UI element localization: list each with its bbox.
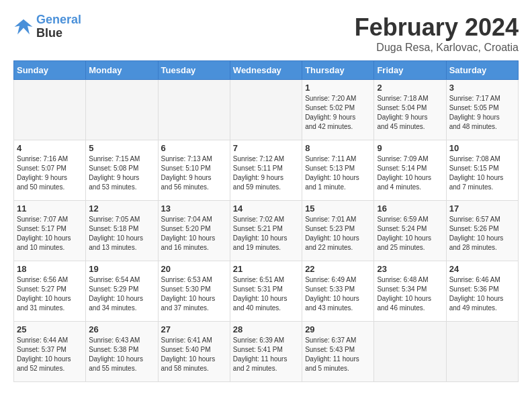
logo: GeneralBlue xyxy=(13,13,81,40)
day-info: Sunrise: 6:48 AMSunset: 5:34 PMDaylight:… xyxy=(377,275,443,313)
day-number: 29 xyxy=(305,324,371,334)
calendar-cell: 25Sunrise: 6:44 AMSunset: 5:37 PMDayligh… xyxy=(14,322,86,382)
day-number: 2 xyxy=(377,83,443,93)
day-number: 20 xyxy=(161,264,227,274)
calendar-cell: 19Sunrise: 6:54 AMSunset: 5:29 PMDayligh… xyxy=(86,261,158,322)
calendar-header-wednesday: Wednesday xyxy=(230,61,302,80)
day-info: Sunrise: 7:13 AMSunset: 5:10 PMDaylight:… xyxy=(161,154,227,192)
calendar-cell: 6Sunrise: 7:13 AMSunset: 5:10 PMDaylight… xyxy=(158,140,230,201)
day-number: 24 xyxy=(449,264,515,274)
calendar-cell: 7Sunrise: 7:12 AMSunset: 5:11 PMDaylight… xyxy=(230,140,302,201)
day-info: Sunrise: 7:08 AMSunset: 5:15 PMDaylight:… xyxy=(449,154,515,192)
calendar-cell xyxy=(14,80,86,140)
calendar-header-row: SundayMondayTuesdayWednesdayThursdayFrid… xyxy=(14,61,519,80)
day-number: 10 xyxy=(449,143,515,153)
calendar-week-row: 25Sunrise: 6:44 AMSunset: 5:37 PMDayligh… xyxy=(14,322,519,382)
calendar-cell: 18Sunrise: 6:56 AMSunset: 5:27 PMDayligh… xyxy=(14,261,86,322)
day-info: Sunrise: 7:20 AMSunset: 5:02 PMDaylight:… xyxy=(305,94,371,132)
calendar-cell: 3Sunrise: 7:17 AMSunset: 5:05 PMDaylight… xyxy=(446,80,518,140)
day-info: Sunrise: 7:15 AMSunset: 5:08 PMDaylight:… xyxy=(89,154,154,192)
day-info: Sunrise: 6:49 AMSunset: 5:33 PMDaylight:… xyxy=(305,275,371,313)
calendar-cell: 2Sunrise: 7:18 AMSunset: 5:04 PMDaylight… xyxy=(374,80,446,140)
day-number: 18 xyxy=(17,264,83,274)
day-info: Sunrise: 6:43 AMSunset: 5:38 PMDaylight:… xyxy=(89,336,154,373)
calendar-cell: 29Sunrise: 6:37 AMSunset: 5:43 PMDayligh… xyxy=(302,322,374,382)
calendar-week-row: 11Sunrise: 7:07 AMSunset: 5:17 PMDayligh… xyxy=(14,201,519,261)
calendar-header-tuesday: Tuesday xyxy=(158,61,230,80)
calendar-week-row: 4Sunrise: 7:16 AMSunset: 5:07 PMDaylight… xyxy=(14,140,519,201)
day-info: Sunrise: 6:44 AMSunset: 5:37 PMDaylight:… xyxy=(17,336,83,373)
day-info: Sunrise: 7:05 AMSunset: 5:18 PMDaylight:… xyxy=(89,215,154,253)
calendar-cell: 23Sunrise: 6:48 AMSunset: 5:34 PMDayligh… xyxy=(374,261,446,322)
day-info: Sunrise: 6:37 AMSunset: 5:43 PMDaylight:… xyxy=(305,336,371,373)
day-info: Sunrise: 6:39 AMSunset: 5:41 PMDaylight:… xyxy=(233,336,299,373)
day-number: 15 xyxy=(305,203,371,214)
calendar-cell: 15Sunrise: 7:01 AMSunset: 5:23 PMDayligh… xyxy=(302,201,374,261)
calendar-cell: 1Sunrise: 7:20 AMSunset: 5:02 PMDaylight… xyxy=(302,80,374,140)
calendar-cell: 28Sunrise: 6:39 AMSunset: 5:41 PMDayligh… xyxy=(230,322,302,382)
day-number: 3 xyxy=(449,83,515,93)
day-number: 23 xyxy=(377,264,443,274)
day-number: 21 xyxy=(233,264,299,274)
location-title: Duga Resa, Karlovac, Croatia xyxy=(355,42,519,54)
day-number: 1 xyxy=(305,83,371,93)
day-number: 8 xyxy=(305,143,371,153)
calendar-week-row: 18Sunrise: 6:56 AMSunset: 5:27 PMDayligh… xyxy=(14,261,519,322)
title-section: February 2024 Duga Resa, Karlovac, Croat… xyxy=(355,13,519,54)
logo-text: GeneralBlue xyxy=(36,13,81,40)
day-number: 13 xyxy=(161,203,227,214)
day-number: 5 xyxy=(89,143,154,153)
day-number: 27 xyxy=(161,324,227,334)
day-info: Sunrise: 7:17 AMSunset: 5:05 PMDaylight:… xyxy=(449,94,515,132)
day-number: 26 xyxy=(89,324,154,334)
day-number: 4 xyxy=(17,143,83,153)
day-info: Sunrise: 6:54 AMSunset: 5:29 PMDaylight:… xyxy=(89,275,154,313)
calendar-cell xyxy=(158,80,230,140)
page-header: GeneralBlue February 2024 Duga Resa, Kar… xyxy=(13,13,519,54)
calendar-cell: 13Sunrise: 7:04 AMSunset: 5:20 PMDayligh… xyxy=(158,201,230,261)
day-info: Sunrise: 7:01 AMSunset: 5:23 PMDaylight:… xyxy=(305,215,371,253)
calendar-header-sunday: Sunday xyxy=(14,61,86,80)
calendar-cell: 16Sunrise: 6:59 AMSunset: 5:24 PMDayligh… xyxy=(374,201,446,261)
calendar-header-monday: Monday xyxy=(86,61,158,80)
calendar-cell: 21Sunrise: 6:51 AMSunset: 5:31 PMDayligh… xyxy=(230,261,302,322)
day-info: Sunrise: 6:56 AMSunset: 5:27 PMDaylight:… xyxy=(17,275,83,313)
day-info: Sunrise: 7:12 AMSunset: 5:11 PMDaylight:… xyxy=(233,154,299,192)
calendar-cell: 22Sunrise: 6:49 AMSunset: 5:33 PMDayligh… xyxy=(302,261,374,322)
day-info: Sunrise: 6:57 AMSunset: 5:26 PMDaylight:… xyxy=(449,215,515,253)
day-number: 25 xyxy=(17,324,83,334)
calendar-cell: 14Sunrise: 7:02 AMSunset: 5:21 PMDayligh… xyxy=(230,201,302,261)
day-info: Sunrise: 6:59 AMSunset: 5:24 PMDaylight:… xyxy=(377,215,443,253)
day-number: 17 xyxy=(449,203,515,214)
calendar-cell: 17Sunrise: 6:57 AMSunset: 5:26 PMDayligh… xyxy=(446,201,518,261)
day-number: 6 xyxy=(161,143,227,153)
day-info: Sunrise: 7:02 AMSunset: 5:21 PMDaylight:… xyxy=(233,215,299,253)
calendar-cell: 26Sunrise: 6:43 AMSunset: 5:38 PMDayligh… xyxy=(86,322,158,382)
logo-icon xyxy=(13,17,34,37)
calendar-cell xyxy=(374,322,446,382)
calendar-week-row: 1Sunrise: 7:20 AMSunset: 5:02 PMDaylight… xyxy=(14,80,519,140)
day-number: 11 xyxy=(17,203,83,214)
day-info: Sunrise: 6:53 AMSunset: 5:30 PMDaylight:… xyxy=(161,275,227,313)
day-info: Sunrise: 7:11 AMSunset: 5:13 PMDaylight:… xyxy=(305,154,371,192)
calendar-cell: 27Sunrise: 6:41 AMSunset: 5:40 PMDayligh… xyxy=(158,322,230,382)
calendar-header-saturday: Saturday xyxy=(446,61,518,80)
day-number: 22 xyxy=(305,264,371,274)
calendar-cell: 24Sunrise: 6:46 AMSunset: 5:36 PMDayligh… xyxy=(446,261,518,322)
calendar-cell: 8Sunrise: 7:11 AMSunset: 5:13 PMDaylight… xyxy=(302,140,374,201)
svg-marker-0 xyxy=(15,19,33,35)
day-info: Sunrise: 7:18 AMSunset: 5:04 PMDaylight:… xyxy=(377,94,443,132)
calendar-cell: 10Sunrise: 7:08 AMSunset: 5:15 PMDayligh… xyxy=(446,140,518,201)
calendar-cell: 12Sunrise: 7:05 AMSunset: 5:18 PMDayligh… xyxy=(86,201,158,261)
day-info: Sunrise: 6:51 AMSunset: 5:31 PMDaylight:… xyxy=(233,275,299,313)
month-title: February 2024 xyxy=(355,13,519,42)
day-info: Sunrise: 6:41 AMSunset: 5:40 PMDaylight:… xyxy=(161,336,227,373)
calendar-cell: 11Sunrise: 7:07 AMSunset: 5:17 PMDayligh… xyxy=(14,201,86,261)
day-number: 19 xyxy=(89,264,154,274)
day-info: Sunrise: 7:07 AMSunset: 5:17 PMDaylight:… xyxy=(17,215,83,253)
calendar-cell xyxy=(446,322,518,382)
day-number: 7 xyxy=(233,143,299,153)
day-info: Sunrise: 7:09 AMSunset: 5:14 PMDaylight:… xyxy=(377,154,443,192)
calendar-cell: 20Sunrise: 6:53 AMSunset: 5:30 PMDayligh… xyxy=(158,261,230,322)
calendar-cell: 4Sunrise: 7:16 AMSunset: 5:07 PMDaylight… xyxy=(14,140,86,201)
